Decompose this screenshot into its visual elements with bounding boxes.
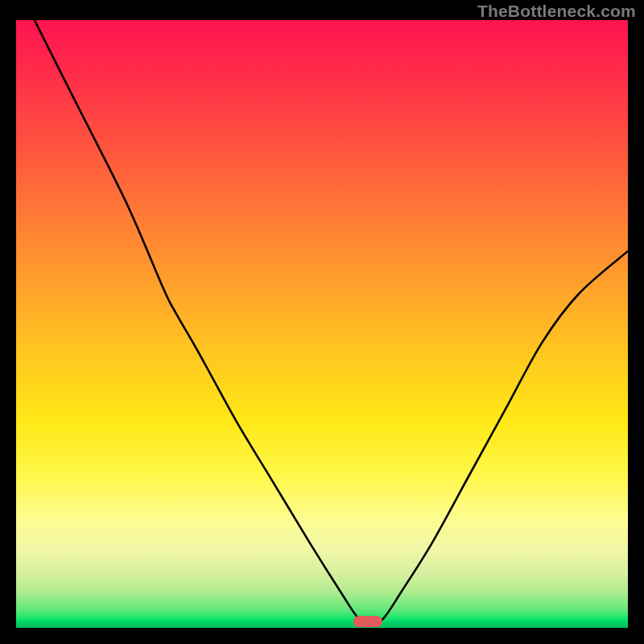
bottleneck-curve [16, 20, 628, 628]
optimum-marker-icon [353, 616, 382, 627]
chart-frame: TheBottleneck.com [0, 0, 644, 644]
plot-area [16, 20, 628, 628]
watermark-text: TheBottleneck.com [477, 2, 636, 21]
